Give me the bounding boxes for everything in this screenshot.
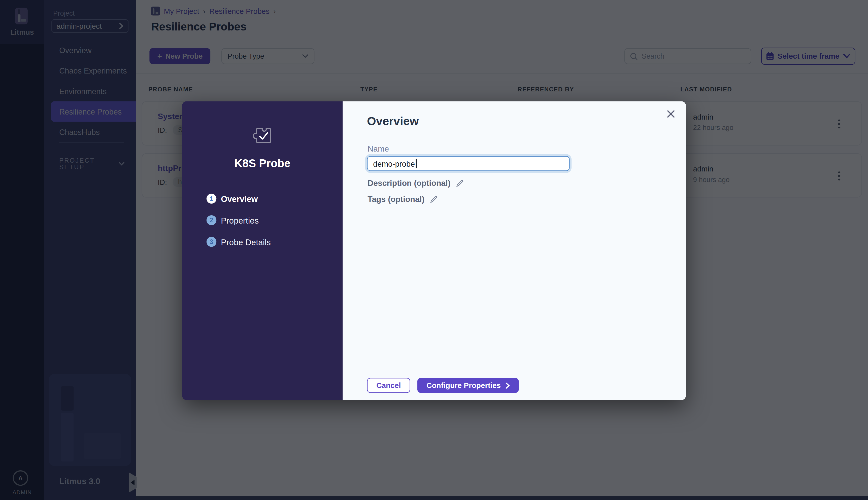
edit-description-icon[interactable] xyxy=(455,179,464,187)
probe-puzzle-icon xyxy=(252,126,272,148)
cancel-button[interactable]: Cancel xyxy=(367,378,410,393)
step-number: 2 xyxy=(206,215,217,225)
wizard-steps: 1 Overview 2 Properties 3 Probe Details xyxy=(206,194,271,247)
edit-tags-icon[interactable] xyxy=(429,195,438,203)
modal-body: Overview Name Description (optional) Tag… xyxy=(342,101,686,400)
tags-label: Tags (optional) xyxy=(368,195,425,204)
description-label: Description (optional) xyxy=(368,179,450,188)
step-number: 1 xyxy=(206,194,217,204)
step-overview[interactable]: 1 Overview xyxy=(206,194,271,204)
probe-name-input[interactable] xyxy=(367,156,570,171)
name-label: Name xyxy=(368,145,389,153)
step-number: 3 xyxy=(206,237,217,247)
name-field-wrap xyxy=(367,156,570,171)
modal-step-panel: K8S Probe 1 Overview 2 Properties 3 Prob… xyxy=(182,101,342,400)
step-probe-details[interactable]: 3 Probe Details xyxy=(206,237,271,247)
chevron-right-icon xyxy=(505,382,510,389)
configure-properties-button[interactable]: Configure Properties xyxy=(417,378,519,393)
modal-heading: Overview xyxy=(367,115,419,128)
text-caret xyxy=(416,159,416,168)
step-properties[interactable]: 2 Properties xyxy=(206,215,271,225)
modal-footer: Cancel Configure Properties xyxy=(367,378,519,393)
create-probe-modal: K8S Probe 1 Overview 2 Properties 3 Prob… xyxy=(182,101,686,400)
close-icon[interactable] xyxy=(665,108,677,120)
probe-type-title: K8S Probe xyxy=(182,157,342,170)
